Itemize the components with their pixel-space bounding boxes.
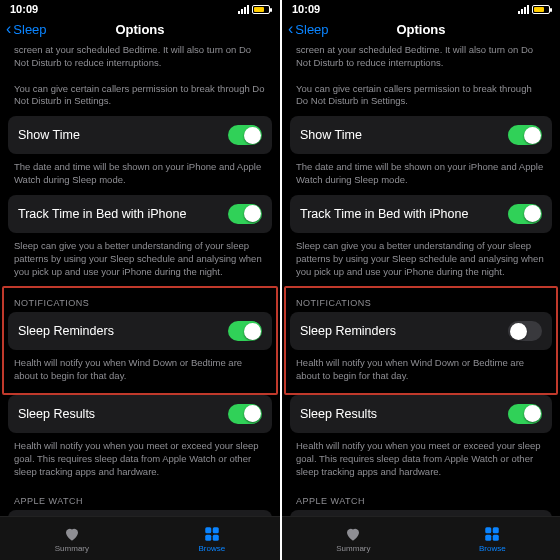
track-time-cell[interactable]: Track Time in Bed with iPhone	[8, 195, 272, 233]
sleep-reminders-cell[interactable]: Sleep Reminders	[8, 312, 272, 350]
show-time-cell[interactable]: Show Time	[290, 116, 552, 154]
svg-rect-0	[205, 527, 211, 533]
show-time-label: Show Time	[18, 128, 80, 142]
sleep-results-label: Sleep Results	[300, 407, 377, 421]
cellular-icon	[238, 5, 249, 14]
notifications-header: NOTIFICATIONS	[290, 288, 552, 312]
sleep-results-cell[interactable]: Sleep Results	[290, 395, 552, 433]
status-time: 10:09	[10, 3, 38, 15]
sleep-results-label: Sleep Results	[18, 407, 95, 421]
sleep-reminders-desc: Health will notify you when Wind Down or…	[8, 352, 272, 391]
svg-rect-1	[213, 527, 219, 533]
track-time-switch[interactable]	[228, 204, 262, 224]
notifications-header: NOTIFICATIONS	[8, 288, 272, 312]
highlight-box: NOTIFICATIONS Sleep Reminders Health wil…	[284, 286, 558, 395]
sleep-reminders-cell[interactable]: Sleep Reminders	[290, 312, 552, 350]
back-label: Sleep	[295, 22, 328, 37]
svg-rect-2	[205, 534, 211, 540]
back-label: Sleep	[13, 22, 46, 37]
battery-icon	[252, 5, 270, 14]
sleep-reminders-desc: Health will notify you when Wind Down or…	[290, 352, 552, 391]
tab-summary-label: Summary	[336, 544, 370, 553]
chevron-left-icon: ‹	[6, 21, 11, 37]
show-time-label: Show Time	[300, 128, 362, 142]
show-time-switch[interactable]	[228, 125, 262, 145]
svg-rect-7	[493, 534, 499, 540]
apple-watch-header: APPLE WATCH	[290, 486, 552, 510]
sleep-results-cell[interactable]: Sleep Results	[8, 395, 272, 433]
highlight-box: NOTIFICATIONS Sleep Reminders Health wil…	[2, 286, 278, 395]
tab-bar: Summary Browse	[282, 516, 560, 560]
status-time: 10:09	[292, 3, 320, 15]
track-time-switch[interactable]	[508, 204, 542, 224]
status-bar: 10:09	[0, 0, 280, 16]
sleep-results-switch[interactable]	[508, 404, 542, 424]
track-time-desc: Sleep can give you a better understandin…	[8, 235, 272, 286]
sleep-reminders-label: Sleep Reminders	[18, 324, 114, 338]
tab-browse-label: Browse	[199, 544, 226, 553]
track-time-desc: Sleep can give you a better understandin…	[290, 235, 552, 286]
svg-rect-3	[213, 534, 219, 540]
sleep-results-desc: Health will notify you when you meet or …	[290, 435, 552, 486]
show-time-desc: The date and time will be shown on your …	[8, 156, 272, 195]
sleep-reminders-switch[interactable]	[508, 321, 542, 341]
tab-summary[interactable]: Summary	[336, 525, 370, 553]
nav-bar: ‹ Sleep Options	[0, 16, 280, 42]
track-time-label: Track Time in Bed with iPhone	[18, 207, 186, 221]
track-time-cell[interactable]: Track Time in Bed with iPhone	[290, 195, 552, 233]
scroll-content[interactable]: screen at your scheduled Bedtime. It wil…	[282, 42, 560, 516]
grid-icon	[482, 525, 502, 543]
dnd-desc: You can give certain callers permission …	[290, 78, 552, 117]
track-time-label: Track Time in Bed with iPhone	[300, 207, 468, 221]
svg-rect-5	[493, 527, 499, 533]
phone-right: 10:09 ‹ Sleep Options screen at your sch…	[280, 0, 560, 560]
apple-watch-header: APPLE WATCH	[8, 486, 272, 510]
nav-title: Options	[115, 22, 164, 37]
svg-rect-4	[486, 527, 492, 533]
tab-browse-label: Browse	[479, 544, 506, 553]
sleep-results-desc: Health will notify you when you meet or …	[8, 435, 272, 486]
chevron-left-icon: ‹	[288, 21, 293, 37]
cellular-icon	[518, 5, 529, 14]
tab-summary[interactable]: Summary	[55, 525, 89, 553]
grid-icon	[202, 525, 222, 543]
status-right	[238, 5, 270, 14]
status-bar: 10:09	[282, 0, 560, 16]
sleep-results-switch[interactable]	[228, 404, 262, 424]
nav-title: Options	[396, 22, 445, 37]
svg-rect-6	[486, 534, 492, 540]
back-button[interactable]: ‹ Sleep	[6, 21, 47, 37]
tab-summary-label: Summary	[55, 544, 89, 553]
tab-bar: Summary Browse	[0, 516, 280, 560]
heart-icon	[62, 525, 82, 543]
truncated-desc: screen at your scheduled Bedtime. It wil…	[8, 42, 272, 78]
tab-browse[interactable]: Browse	[199, 525, 226, 553]
sleep-reminders-label: Sleep Reminders	[300, 324, 396, 338]
scroll-content[interactable]: screen at your scheduled Bedtime. It wil…	[0, 42, 280, 516]
status-right	[518, 5, 550, 14]
dnd-desc: You can give certain callers permission …	[8, 78, 272, 117]
nav-bar: ‹ Sleep Options	[282, 16, 560, 42]
battery-icon	[532, 5, 550, 14]
show-time-cell[interactable]: Show Time	[8, 116, 272, 154]
show-time-switch[interactable]	[508, 125, 542, 145]
back-button[interactable]: ‹ Sleep	[288, 21, 329, 37]
tab-browse[interactable]: Browse	[479, 525, 506, 553]
heart-icon	[343, 525, 363, 543]
show-time-desc: The date and time will be shown on your …	[290, 156, 552, 195]
sleep-reminders-switch[interactable]	[228, 321, 262, 341]
truncated-desc: screen at your scheduled Bedtime. It wil…	[290, 42, 552, 78]
phone-left: 10:09 ‹ Sleep Options screen at your sch…	[0, 0, 280, 560]
